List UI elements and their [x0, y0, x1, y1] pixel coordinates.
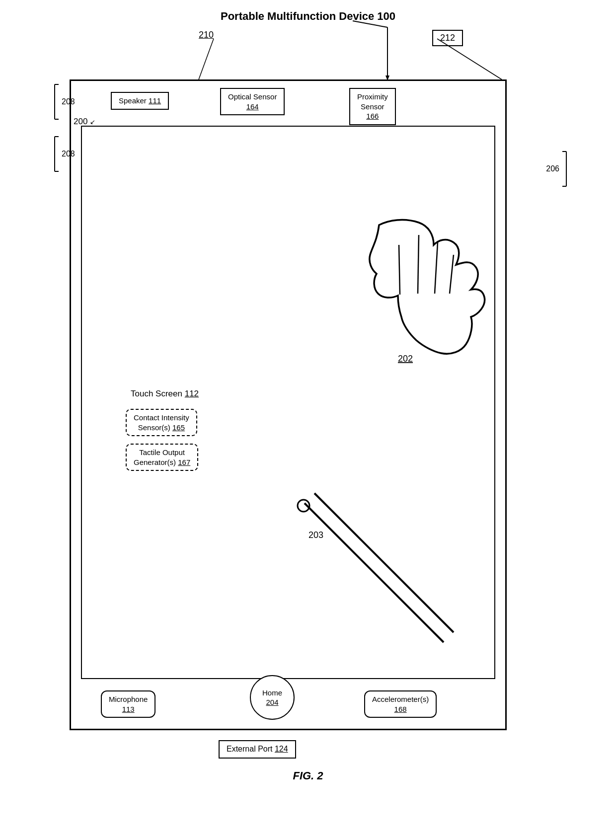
slot-210-label: 210: [199, 30, 214, 40]
microphone-component: Microphone 113: [101, 690, 155, 718]
svg-line-4: [418, 235, 419, 294]
right-bracket-206: 206: [546, 149, 576, 189]
contact-intensity-component: Contact Intensity Sensor(s) 165: [126, 409, 197, 436]
speaker-component: Speaker 111: [111, 92, 169, 110]
tactile-output-component: Tactile Output Generator(s) 167: [126, 444, 198, 471]
external-port-component: External Port 124: [219, 740, 296, 759]
bracket-mid-svg: [45, 134, 60, 174]
svg-line-3: [399, 245, 400, 295]
proximity-sensor-component: Proximity Sensor 166: [349, 88, 396, 125]
stylus-svg: 203: [290, 488, 478, 677]
device-outer: Speaker 111 Optical Sensor 164 Proximity…: [70, 79, 507, 730]
diagram-title: Portable Multifunction Device 100: [221, 10, 395, 23]
fig-label: FIG. 2: [25, 769, 591, 782]
svg-text:202: 202: [398, 354, 413, 364]
patent-diagram: Portable Multifunction Device 100 210 21…: [25, 0, 591, 785]
hand-gesture-svg: 202: [280, 215, 508, 404]
bracket-208-mid-label: 208: [62, 150, 75, 158]
device-200-label: 200 ↙: [74, 117, 95, 127]
bracket-208-top-label: 208: [62, 97, 75, 106]
svg-line-21: [199, 39, 214, 79]
left-bracket-208-top: 208: [45, 82, 75, 122]
home-component: Home 204: [250, 675, 295, 720]
bracket-top-svg: [45, 82, 60, 122]
optical-sensor-component: Optical Sensor 164: [220, 88, 285, 115]
touchscreen-label: Touch Screen 112: [131, 389, 199, 399]
svg-line-9: [314, 493, 454, 632]
bracket-right-svg: [561, 149, 576, 189]
slot-212-label: 212: [432, 30, 463, 46]
left-bracket-208-mid: 208: [45, 134, 75, 174]
bracket-206-label: 206: [546, 164, 559, 173]
accelerometer-component: Accelerometer(s) 168: [364, 690, 437, 718]
title-text: Portable Multifunction Device 100: [221, 10, 395, 22]
svg-line-6: [450, 255, 454, 294]
svg-text:203: 203: [308, 530, 323, 540]
svg-line-8: [305, 503, 444, 642]
svg-line-5: [435, 242, 438, 294]
